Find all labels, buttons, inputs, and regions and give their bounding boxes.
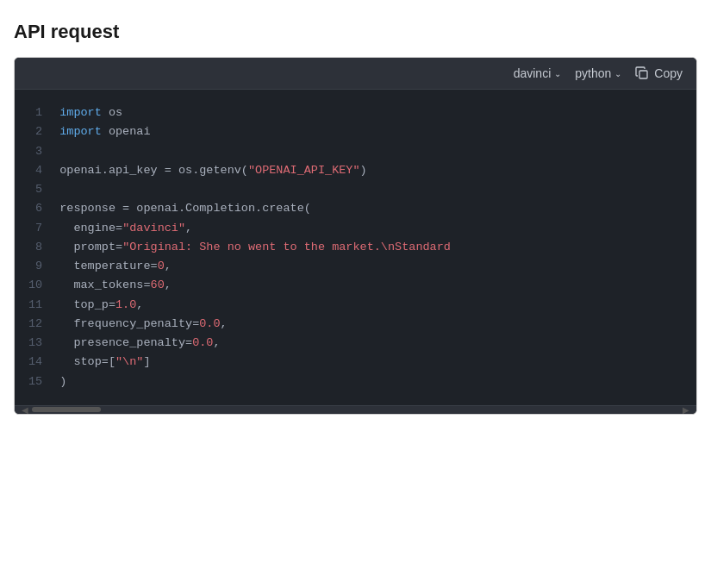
- line-number: 8: [15, 238, 59, 257]
- line-code: import os: [59, 103, 696, 122]
- model-chevron-icon: ⌄: [554, 69, 561, 78]
- code-token: presence_penalty=: [59, 336, 192, 349]
- language-label: python: [575, 66, 611, 80]
- line-number: 9: [15, 257, 59, 276]
- line-code: engine="davinci",: [59, 219, 696, 238]
- code-token: "\n": [115, 355, 143, 368]
- line-code: ): [59, 372, 696, 391]
- code-token: os: [102, 106, 122, 119]
- code-token: frequency_penalty=: [59, 317, 199, 330]
- svg-rect-0: [639, 71, 647, 78]
- copy-label: Copy: [654, 66, 683, 80]
- table-row: 1import os: [15, 103, 696, 122]
- line-number: 14: [15, 353, 59, 372]
- code-token: engine=: [59, 222, 122, 235]
- code-token: max_tokens=: [59, 278, 150, 291]
- code-token: ,: [221, 317, 228, 330]
- code-body: 1import os2import openai34openai.api_key…: [15, 90, 696, 405]
- code-token: ]: [143, 355, 150, 368]
- code-token: 0.0: [192, 336, 213, 349]
- model-label: davinci: [514, 66, 552, 80]
- table-row: 15): [15, 372, 696, 391]
- table-row: 3: [15, 142, 696, 161]
- line-code: prompt="Original: She no went to the mar…: [59, 238, 696, 257]
- code-token: temperature=: [59, 260, 157, 272]
- code-token: prompt=: [59, 241, 122, 253]
- code-toolbar: davinci ⌄ python ⌄ Copy: [15, 58, 696, 90]
- code-token: "davinci": [122, 222, 185, 235]
- scrollbar-track[interactable]: ◀ ▶: [15, 405, 696, 414]
- line-number: 6: [15, 199, 59, 218]
- code-token: 0.0: [199, 317, 220, 330]
- code-container: davinci ⌄ python ⌄ Copy 1import os2impor…: [14, 57, 697, 415]
- code-token: stop=[: [59, 355, 115, 368]
- table-row: 13 presence_penalty=0.0,: [15, 334, 696, 353]
- line-code: frequency_penalty=0.0,: [59, 315, 696, 334]
- table-row: 2import openai: [15, 122, 696, 141]
- line-number: 3: [15, 142, 59, 161]
- code-token: import: [59, 106, 102, 119]
- table-row: 4openai.api_key = os.getenv("OPENAI_API_…: [15, 161, 696, 180]
- code-token: openai: [102, 125, 151, 138]
- copy-button[interactable]: Copy: [635, 66, 683, 80]
- line-number: 13: [15, 334, 59, 353]
- code-token: ): [360, 164, 367, 177]
- table-row: 6response = openai.Completion.create(: [15, 199, 696, 218]
- code-table: 1import os2import openai34openai.api_key…: [15, 103, 696, 391]
- line-code: response = openai.Completion.create(: [59, 199, 696, 218]
- line-number: 11: [15, 296, 59, 315]
- code-token: ,: [213, 336, 220, 349]
- line-number: 12: [15, 315, 59, 334]
- table-row: 14 stop=["\n"]: [15, 353, 696, 372]
- table-row: 10 max_tokens=60,: [15, 276, 696, 295]
- line-code: stop=["\n"]: [59, 353, 696, 372]
- line-number: 7: [15, 219, 59, 238]
- line-number: 15: [15, 372, 59, 391]
- code-token: 60: [151, 278, 165, 291]
- scroll-right-icon: ▶: [679, 405, 693, 415]
- line-code: [59, 142, 696, 161]
- line-number: 4: [15, 161, 59, 180]
- model-dropdown[interactable]: davinci ⌄: [514, 66, 562, 80]
- line-code: top_p=1.0,: [59, 296, 696, 315]
- code-token: response = openai.Completion.create(: [59, 202, 311, 215]
- table-row: 12 frequency_penalty=0.0,: [15, 315, 696, 334]
- language-chevron-icon: ⌄: [614, 69, 621, 78]
- table-row: 9 temperature=0,: [15, 257, 696, 276]
- code-token: "OPENAI_API_KEY": [248, 164, 360, 177]
- line-number: 2: [15, 122, 59, 141]
- code-token: import: [59, 125, 102, 138]
- code-token: ,: [185, 222, 192, 235]
- line-code: import openai: [59, 122, 696, 141]
- copy-icon: [635, 66, 649, 80]
- line-code: presence_penalty=0.0,: [59, 334, 696, 353]
- code-token: top_p=: [59, 298, 115, 311]
- line-code: [59, 180, 696, 199]
- line-number: 1: [15, 103, 59, 122]
- line-code: openai.api_key = os.getenv("OPENAI_API_K…: [59, 161, 696, 180]
- table-row: 7 engine="davinci",: [15, 219, 696, 238]
- line-code: temperature=0,: [59, 257, 696, 276]
- code-token: "Original: She no went to the market.\nS…: [122, 241, 451, 253]
- table-row: 5: [15, 180, 696, 199]
- code-token: 0: [158, 260, 165, 272]
- code-token: 1.0: [115, 298, 136, 311]
- code-token: ): [59, 375, 66, 388]
- code-token: ,: [136, 298, 143, 311]
- line-number: 10: [15, 276, 59, 295]
- line-number: 5: [15, 180, 59, 199]
- code-token: openai.api_key = os.getenv(: [59, 164, 248, 177]
- language-dropdown[interactable]: python ⌄: [575, 66, 621, 80]
- line-code: max_tokens=60,: [59, 276, 696, 295]
- code-token: ,: [165, 278, 172, 291]
- table-row: 11 top_p=1.0,: [15, 296, 696, 315]
- table-row: 8 prompt="Original: She no went to the m…: [15, 238, 696, 257]
- page-title: API request: [14, 21, 697, 43]
- scroll-left-icon: ◀: [18, 405, 32, 415]
- code-token: ,: [165, 260, 172, 272]
- scrollbar-thumb[interactable]: [32, 407, 101, 412]
